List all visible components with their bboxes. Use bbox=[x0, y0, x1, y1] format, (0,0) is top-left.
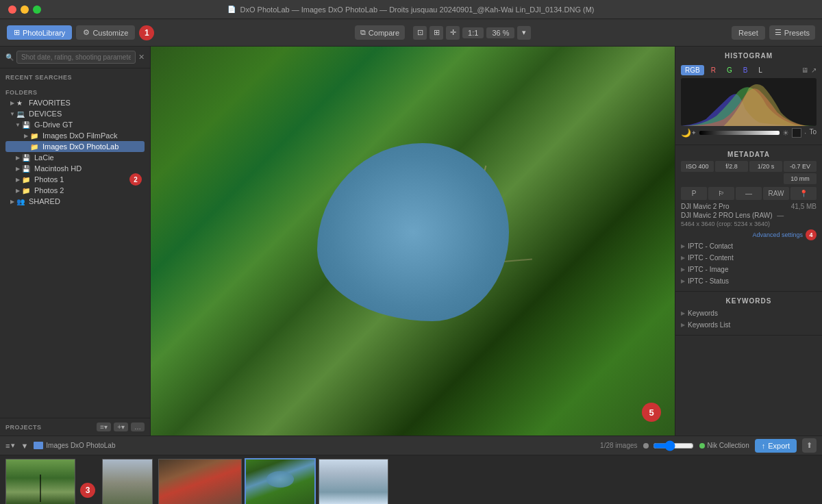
keywords-item[interactable]: ▶ Keywords bbox=[681, 307, 817, 319]
sidebar-item-favorites[interactable]: ▶ ★ FAVORITES bbox=[5, 97, 145, 108]
toolbar-right: Reset ☰ Presets bbox=[732, 25, 815, 40]
meta-focal: 10 mm bbox=[784, 173, 817, 184]
histogram-container: RGB R G B L 🖥 ↗ bbox=[681, 62, 817, 140]
iptc-status[interactable]: ▶ IPTC - Status bbox=[681, 275, 817, 287]
zoom-mode-button[interactable]: ⊞ bbox=[429, 26, 443, 40]
presets-button[interactable]: ☰ Presets bbox=[769, 25, 815, 40]
meta-lens-row: DJI Mavic 2 PRO Lens (RAW) — bbox=[681, 212, 817, 219]
hist-tab-b[interactable]: B bbox=[739, 65, 752, 75]
chevron-down-icon-gdrive: ▼ bbox=[14, 122, 22, 128]
iptc-image[interactable]: ▶ IPTC - Image bbox=[681, 264, 817, 275]
meta-p-button[interactable]: P bbox=[681, 187, 707, 200]
meta-size-label: 41,5 MB bbox=[791, 203, 817, 210]
thumb-img-1 bbox=[6, 459, 75, 504]
sidebar-item-filmpack[interactable]: ▶ 📁 Images DxO FilmPack bbox=[5, 130, 145, 141]
compare-button[interactable]: ⧉ Compare bbox=[355, 25, 405, 40]
meta-device-label: DJI Mavic 2 Pro bbox=[681, 203, 730, 210]
iptc-contact[interactable]: ▶ IPTC - Contact bbox=[681, 240, 817, 252]
zoom-crosshair-button[interactable]: ✛ bbox=[446, 26, 460, 40]
thumb-wrapper-2 bbox=[102, 459, 153, 504]
sidebar-item-devices[interactable]: ▼ 💻 DEVICES bbox=[5, 108, 145, 119]
search-clear-button[interactable]: ✕ bbox=[138, 53, 145, 62]
share-button[interactable]: ⬆ bbox=[802, 438, 817, 453]
maximize-button[interactable] bbox=[33, 5, 41, 14]
sidebar-item-macintosh[interactable]: ▶ 💾 Macintosh HD bbox=[5, 163, 145, 174]
filmstrip-toolbar: ≡▾ ▼ Images DxO PhotoLab 1/28 images Nik… bbox=[0, 436, 822, 455]
thumbnail-3[interactable]: ★★★★★ Droits jusq...33448.rw2 bbox=[158, 459, 242, 504]
projects-add-button[interactable]: +▾ bbox=[114, 423, 128, 431]
main-toolbar: ⊞ PhotoLibrary ⚙ Customize 1 ⧉ Compare ⊡… bbox=[0, 19, 822, 47]
close-button[interactable] bbox=[8, 5, 16, 14]
projects-sort-button[interactable]: ≡▾ bbox=[97, 423, 111, 431]
advanced-settings-row: Advanced settings 4 bbox=[681, 229, 817, 240]
window-controls bbox=[8, 5, 41, 14]
iptc-image-arrow: ▶ bbox=[681, 266, 685, 273]
shared-icon: 👥 bbox=[16, 198, 26, 205]
toolbar-left: ⊞ PhotoLibrary ⚙ Customize 1 bbox=[7, 25, 154, 40]
thumb-wrapper-1 bbox=[5, 459, 75, 504]
filmstrip-sort-button[interactable]: ≡▾ bbox=[5, 441, 15, 450]
iptc-contact-arrow: ▶ bbox=[681, 243, 685, 249]
chevron-down-icon: ▼ bbox=[8, 111, 16, 117]
filmstrip-filter-button[interactable]: ▼ bbox=[21, 442, 28, 450]
thumbnail-4[interactable]: ★★★★★ Droits jusq...0134.DNG bbox=[245, 458, 316, 504]
keywords-list-item[interactable]: ▶ Keywords List bbox=[681, 319, 817, 331]
zoom-dropdown-button[interactable]: ▾ bbox=[517, 26, 531, 40]
customize-icon: ⚙ bbox=[83, 28, 90, 37]
search-bar: 🔍 ✕ bbox=[0, 47, 150, 68]
filmstrip-slider-area bbox=[643, 440, 694, 451]
sidebar-item-gdrive[interactable]: ▼ 💾 G-Drive GT bbox=[5, 119, 145, 130]
gdrive-label: G-Drive GT bbox=[34, 121, 73, 129]
nik-dot bbox=[699, 443, 705, 449]
to-label: To bbox=[809, 128, 817, 138]
sidebar-item-photolab[interactable]: 📁 Images DxO PhotoLab bbox=[5, 141, 145, 152]
photos1-label: Photos 1 bbox=[34, 175, 64, 184]
advanced-settings-link[interactable]: Advanced settings bbox=[752, 231, 803, 238]
black-point-box bbox=[792, 128, 801, 138]
thumb-img-2 bbox=[103, 459, 152, 504]
thumb-img-4 bbox=[246, 459, 314, 504]
sidebar-item-lacie[interactable]: ▶ 💾 LaCie bbox=[5, 152, 145, 163]
histogram-gradient bbox=[699, 131, 780, 135]
meta-device-row: DJI Mavic 2 Pro 41,5 MB bbox=[681, 203, 817, 210]
hist-tab-rgb[interactable]: RGB bbox=[681, 65, 704, 75]
filmstrip-size-slider[interactable] bbox=[653, 440, 694, 451]
histogram-title: HISTOGRAM bbox=[681, 51, 817, 62]
projects-more-button[interactable]: … bbox=[131, 423, 145, 431]
hist-monitor-button[interactable]: 🖥 bbox=[801, 66, 808, 74]
meta-aperture: f/2.8 bbox=[715, 161, 748, 172]
zoom-fit-button[interactable]: ⊡ bbox=[413, 26, 427, 40]
drive-icon: 💾 bbox=[22, 121, 32, 129]
meta-raw-button[interactable]: RAW bbox=[763, 187, 789, 200]
iptc-content[interactable]: ▶ IPTC - Content bbox=[681, 252, 817, 264]
search-input[interactable] bbox=[16, 51, 136, 64]
hist-tab-g[interactable]: G bbox=[723, 65, 736, 75]
window-title: 📄 DxO PhotoLab — Images DxO PhotoLab — D… bbox=[227, 5, 594, 14]
chevron-right-icon: ▶ bbox=[8, 100, 16, 106]
hist-export-button[interactable]: ↗ bbox=[811, 66, 817, 74]
thumbnail-2[interactable]: ★★★★★ Droits jusq...A1352.cr2 bbox=[100, 459, 155, 504]
slider-circle bbox=[643, 443, 649, 449]
reset-button[interactable]: Reset bbox=[732, 26, 765, 40]
histogram-tabs: RGB R G B L 🖥 ↗ bbox=[681, 65, 817, 75]
meta-location-button[interactable]: 📍 bbox=[790, 187, 817, 200]
meta-icons-row: P 🏳 — RAW 📍 bbox=[681, 187, 817, 200]
export-button[interactable]: ↑ Export bbox=[755, 439, 797, 453]
keywords-list-arrow: ▶ bbox=[681, 322, 685, 328]
sidebar-item-photos2[interactable]: ▶ 📁 Photos 2 bbox=[5, 185, 145, 196]
photo-library-button[interactable]: ⊞ PhotoLibrary bbox=[7, 25, 72, 40]
sidebar-item-shared[interactable]: ▶ 👥 SHARED bbox=[5, 196, 145, 207]
customize-button[interactable]: ⚙ Customize bbox=[76, 25, 135, 40]
main-layout: 🔍 ✕ RECENT SEARCHES FOLDERS ▶ ★ FAVORITE… bbox=[0, 47, 822, 436]
shared-label: SHARED bbox=[29, 197, 60, 205]
meta-flag-button[interactable]: 🏳 bbox=[708, 187, 734, 200]
thumbnail-5[interactable]: ★★★★★ Droits jusq...7107.ARW bbox=[319, 459, 388, 504]
hist-tab-r[interactable]: R bbox=[707, 65, 720, 75]
thumb-wrapper-4 bbox=[245, 458, 316, 504]
right-panel: HISTOGRAM RGB R G B L 🖥 ↗ bbox=[675, 47, 822, 436]
sidebar-item-photos1[interactable]: ▶ 📁 Photos 1 2 bbox=[5, 174, 145, 185]
hist-tab-l[interactable]: L bbox=[754, 65, 767, 75]
minimize-button[interactable] bbox=[21, 5, 29, 14]
thumbnail-1[interactable]: ★★★★★ Droits jusq...0282.DNG bbox=[5, 459, 75, 504]
chevron-right-icon-lc: ▶ bbox=[14, 155, 22, 161]
